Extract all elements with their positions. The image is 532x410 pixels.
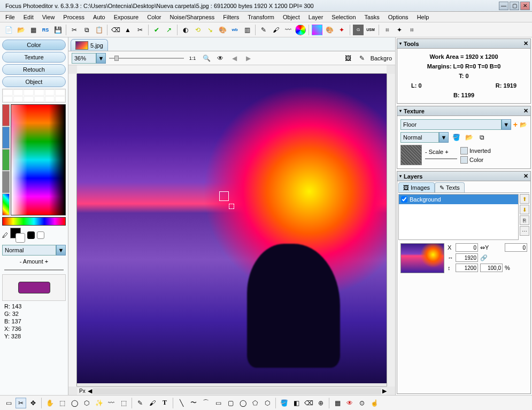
menu-options[interactable]: Options bbox=[385, 13, 412, 21]
selection-marker[interactable] bbox=[219, 191, 229, 201]
duplicate-layer-icon[interactable]: ⎘ bbox=[520, 215, 529, 225]
menu-filters[interactable]: Filters bbox=[220, 13, 242, 21]
menu-exposure[interactable]: Exposure bbox=[111, 13, 142, 21]
hue-slider[interactable] bbox=[2, 217, 66, 226]
gray-icon[interactable]: G bbox=[353, 25, 364, 35]
color-picker[interactable] bbox=[11, 104, 66, 215]
rotate-left-icon[interactable]: ⟲ bbox=[192, 25, 203, 35]
close-button[interactable]: ✕ bbox=[520, 2, 530, 10]
smudge-icon[interactable]: ☝ bbox=[369, 398, 380, 408]
menu-tasks[interactable]: Tasks bbox=[361, 13, 383, 21]
black-swatch[interactable] bbox=[27, 231, 35, 239]
swatch-grid[interactable] bbox=[2, 89, 66, 103]
text-tool-icon[interactable]: T bbox=[159, 398, 170, 408]
invert-icon[interactable]: ◐ bbox=[180, 25, 191, 35]
fill-icon[interactable]: 🪣 bbox=[279, 398, 289, 408]
hand-icon[interactable]: ✋ bbox=[44, 398, 55, 408]
curves-icon[interactable]: ↗ bbox=[164, 25, 174, 35]
ruler-vertical[interactable] bbox=[68, 74, 77, 386]
texture-preset-dropdown[interactable]: Floor ▼ bbox=[400, 119, 511, 130]
polygon-lasso-icon[interactable]: ⬡ bbox=[81, 398, 92, 408]
brush-icon[interactable]: 🖌 bbox=[271, 25, 281, 35]
x-input[interactable] bbox=[456, 243, 478, 252]
hue-icon[interactable]: 🎨 bbox=[217, 25, 228, 35]
pen-icon[interactable]: ✎ bbox=[258, 25, 269, 35]
marquee-icon[interactable]: ⬚ bbox=[57, 398, 67, 408]
color-wheel-icon[interactable] bbox=[295, 25, 306, 35]
menu-auto[interactable]: Auto bbox=[90, 13, 109, 21]
color-checkbox[interactable]: Color bbox=[460, 156, 491, 164]
nav-prev-icon[interactable]: ◀ bbox=[229, 53, 240, 64]
chevron-down-icon[interactable]: ▼ bbox=[439, 132, 449, 143]
chevron-down-icon[interactable]: ▼ bbox=[502, 119, 511, 130]
layer-list[interactable]: Background bbox=[398, 194, 519, 240]
selection-marker-small[interactable] bbox=[229, 204, 234, 209]
zoom-slider[interactable] bbox=[109, 55, 184, 62]
nav-next-icon[interactable]: ▶ bbox=[243, 53, 253, 64]
bezier-icon[interactable]: ⌒ bbox=[201, 398, 211, 408]
levels-icon[interactable]: ✔ bbox=[151, 25, 162, 35]
lasso-icon[interactable]: ◯ bbox=[69, 398, 80, 408]
scroll-right-icon[interactable]: ▶ bbox=[382, 388, 387, 394]
zoom-fit-icon[interactable]: 🔍 bbox=[201, 53, 212, 64]
collapse-icon[interactable]: ▾ bbox=[399, 174, 402, 179]
minimize-button[interactable]: — bbox=[499, 2, 508, 10]
menu-object[interactable]: Object bbox=[280, 13, 303, 21]
copy-icon[interactable]: ⧉ bbox=[81, 25, 92, 35]
amount-slider[interactable] bbox=[2, 267, 66, 273]
rs-icon[interactable]: RS bbox=[40, 25, 51, 35]
undo-icon[interactable]: ⌫ bbox=[110, 25, 121, 35]
rect-tool-icon[interactable]: ▭ bbox=[213, 398, 223, 408]
eraser-icon[interactable]: ⌫ bbox=[303, 398, 314, 408]
usm-icon[interactable]: USM bbox=[365, 25, 376, 35]
zoom-11-icon[interactable]: 1:1 bbox=[187, 53, 198, 64]
menu-layer[interactable]: Layer bbox=[305, 13, 327, 21]
canvas[interactable] bbox=[77, 74, 387, 383]
image-icon[interactable]: 🖼 bbox=[343, 53, 353, 64]
close-panel-icon[interactable]: ✕ bbox=[523, 173, 528, 180]
open-file-icon[interactable]: 📂 bbox=[16, 25, 26, 35]
crop-icon[interactable]: ✂ bbox=[135, 25, 145, 35]
eye-icon[interactable]: 👁 bbox=[215, 53, 226, 64]
paste-icon[interactable]: 📋 bbox=[94, 25, 104, 35]
y-input[interactable] bbox=[505, 243, 527, 252]
collapse-icon[interactable]: ▾ bbox=[399, 109, 402, 113]
opacity-input[interactable] bbox=[480, 264, 503, 272]
layer-item[interactable]: Background bbox=[399, 195, 518, 204]
grid2-icon[interactable]: ⌗ bbox=[406, 25, 417, 35]
move-up-icon[interactable]: ⬆ bbox=[520, 194, 529, 204]
menu-transform[interactable]: Transform bbox=[244, 13, 277, 21]
collapse-icon[interactable]: ▾ bbox=[399, 41, 402, 46]
menu-selection[interactable]: Selection bbox=[328, 13, 359, 21]
scrollbar-horizontal[interactable]: Px ◀ ▶ bbox=[77, 386, 387, 395]
mini-swatches[interactable] bbox=[2, 104, 10, 215]
w-input[interactable] bbox=[456, 253, 478, 262]
inverted-checkbox[interactable]: Inverted bbox=[460, 147, 491, 154]
texture-mode-dropdown[interactable]: Normal ▼ bbox=[400, 132, 449, 143]
pill-object[interactable]: Object bbox=[2, 76, 66, 87]
pill-retouch[interactable]: Retouch bbox=[2, 64, 66, 75]
menu-noise[interactable]: Noise/Sharpness bbox=[167, 13, 218, 21]
cut-icon[interactable]: ✂ bbox=[69, 25, 80, 35]
curve-tool-icon[interactable]: 〰 bbox=[283, 25, 294, 35]
menu-color[interactable]: Color bbox=[144, 13, 164, 21]
document-tab[interactable]: 5.jpg bbox=[71, 39, 108, 51]
magic-wand-icon[interactable]: ✨ bbox=[94, 398, 104, 408]
close-panel-icon[interactable]: ✕ bbox=[523, 107, 528, 114]
pill-color[interactable]: Color bbox=[2, 40, 66, 50]
menu-help[interactable]: Help bbox=[414, 13, 433, 21]
blend-mode-dropdown[interactable]: Normal ▼ bbox=[2, 245, 66, 256]
move-down-icon[interactable]: ⬇ bbox=[520, 205, 529, 214]
open-texture-icon[interactable]: 📂 bbox=[520, 121, 527, 128]
wb-icon[interactable]: wb bbox=[229, 25, 240, 35]
menu-process[interactable]: Process bbox=[60, 13, 88, 21]
rotate-right-icon[interactable]: ↘ bbox=[205, 25, 215, 35]
white-swatch[interactable] bbox=[37, 231, 44, 239]
filter-tool-icon[interactable]: ▦ bbox=[332, 398, 343, 408]
save-icon[interactable]: 💾 bbox=[52, 25, 63, 35]
stamp-icon[interactable]: ⊙ bbox=[357, 398, 367, 408]
scale-slider[interactable] bbox=[425, 156, 457, 161]
thumbnail-icon[interactable]: ▦ bbox=[28, 25, 38, 35]
menu-edit[interactable]: Edit bbox=[20, 13, 37, 21]
grid-icon[interactable]: ⌗ bbox=[382, 25, 392, 35]
